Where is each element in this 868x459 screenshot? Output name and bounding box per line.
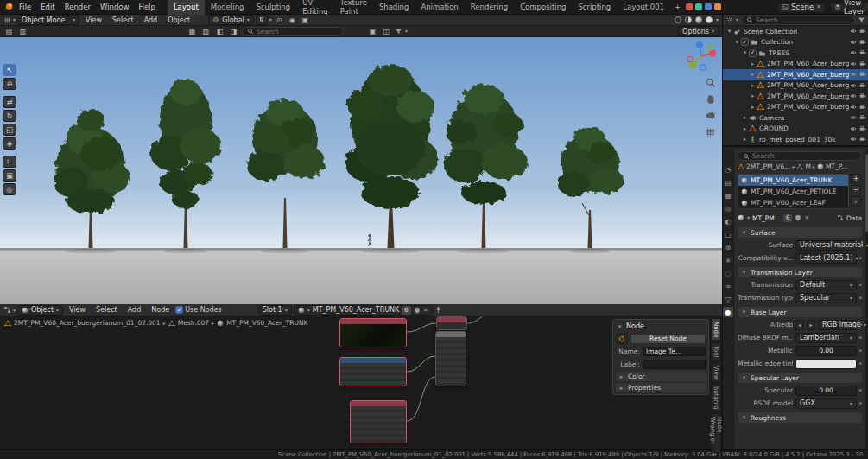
edge-tint-color-swatch[interactable]	[795, 359, 857, 369]
collapse-icon[interactable]: ▾	[741, 49, 749, 56]
camera-view-icon[interactable]	[705, 110, 716, 121]
expand-icon[interactable]: ▸	[749, 104, 757, 111]
tab-object[interactable]: ▢	[723, 229, 733, 239]
keyframe-dot-icon[interactable]	[859, 296, 862, 299]
zoom-icon[interactable]	[705, 77, 716, 88]
expand-icon[interactable]: ▸	[741, 114, 749, 121]
workspace-tab-texture-paint[interactable]: Texture Paint	[334, 0, 373, 15]
chevron-down-icon[interactable]: ▾	[716, 17, 719, 22]
octane-toolbar-icon[interactable]	[695, 3, 702, 10]
expand-icon[interactable]: ▸	[749, 82, 757, 89]
roughness-section-header[interactable]: ▾ Roughness	[738, 412, 862, 423]
collapse-icon[interactable]: ▾	[740, 229, 748, 236]
wireframe-shading-icon[interactable]	[675, 16, 681, 23]
camera-icon[interactable]	[859, 28, 866, 35]
eye-icon[interactable]	[850, 71, 857, 78]
node-canvas[interactable]: 2MT_PM_V60_Acer_buergerianum_01_02.001 ▸…	[0, 316, 722, 449]
camera-icon[interactable]	[859, 82, 866, 89]
options-dropdown[interactable]: Options ▾	[678, 26, 719, 36]
properties-search[interactable]	[738, 151, 862, 161]
asset-icon[interactable]: ◫	[381, 27, 392, 36]
shader-type-select[interactable]: Object ▾	[17, 305, 63, 316]
collapse-icon[interactable]: ▾	[733, 39, 741, 46]
shader-node[interactable]	[436, 316, 467, 330]
scene-selector[interactable]: Scene ✕	[777, 2, 826, 13]
tab-constraints[interactable]: ∞	[723, 281, 733, 291]
outliner-row-tree-object[interactable]: ▸ 2MT_PM_V60_Acer_buerg	[723, 91, 868, 102]
add-primitive-tool[interactable]: ◎	[3, 183, 16, 195]
keyframe-dot-icon[interactable]	[859, 402, 862, 405]
camera-icon[interactable]	[859, 104, 866, 111]
reset-node-button[interactable]: Reset Node	[630, 334, 706, 344]
surface-section-header[interactable]: ▾ Surface	[738, 227, 862, 238]
mode-transfer-icon[interactable]: ▧	[200, 27, 212, 36]
properties-editor[interactable]: ◔ ▤ ▦ ◎ ◐ ▢ ⊛ ∗ ◌ ∞ ▽ ●	[723, 149, 868, 449]
chevron-down-icon[interactable]: ▾	[269, 17, 272, 22]
tab-output[interactable]: ▤	[723, 177, 733, 188]
eye-icon[interactable]	[850, 104, 857, 111]
data-switch[interactable]: Data	[837, 214, 862, 222]
chevron-down-icon[interactable]: ▾	[747, 215, 750, 220]
eye-icon[interactable]	[850, 125, 857, 132]
metallic-field[interactable]: 0.00	[795, 346, 857, 356]
viewport-canvas[interactable]: ↖ ⊕ ⇄ ↻ ◱ ◈ ∟ ▣ ◎	[0, 37, 722, 304]
outliner-row-tree-object-selected[interactable]: ▸ 2MT_PM_V60_Acer_buerg	[723, 69, 868, 80]
filter-funnel-icon[interactable]	[395, 28, 402, 35]
compatibility-select[interactable]: Latest (2025.1) ▾	[795, 253, 857, 264]
prev-texture-icon[interactable]: ◂	[795, 320, 804, 330]
collapse-icon[interactable]: ▾	[725, 28, 733, 35]
workspace-tab-modeling[interactable]: Modeling	[205, 0, 250, 15]
expand-icon[interactable]: ▸	[741, 136, 749, 143]
material-slot-petiole[interactable]: MT_PM_V60_Acer_PETIOLE	[738, 186, 848, 197]
material-slot-list[interactable]: MT_PM_V60_Acer_TRUNK MT_PM_V60_Acer_PETI…	[738, 174, 849, 209]
fake-user-shield-icon[interactable]	[795, 214, 801, 221]
add-workspace-button[interactable]: +	[670, 3, 685, 11]
outliner-row-camera[interactable]: ▸ Camera	[723, 112, 868, 124]
outliner-row-collection[interactable]: ▾ ✓ Collection	[723, 37, 868, 48]
albedo-select[interactable]: RGB image ▾	[818, 320, 857, 330]
sidebar-tab-tool[interactable]: Tool	[711, 342, 721, 361]
outliner-row-trees[interactable]: ▾ ✓ TREES	[723, 48, 868, 59]
tab-render[interactable]: ◔	[723, 164, 733, 175]
tab-data[interactable]: ▽	[723, 294, 733, 304]
outliner[interactable]: ▾ ▾ Scene Collection ▾ ✓ Collection	[723, 15, 868, 147]
sidebar-tab-view[interactable]: View	[711, 363, 721, 382]
eye-icon[interactable]	[850, 28, 857, 35]
bsdf-model-select[interactable]: GGX ▾	[795, 398, 857, 409]
shader-node[interactable]	[435, 331, 466, 386]
menu-file[interactable]: File	[15, 0, 35, 15]
workspace-tab-scripting[interactable]: Scripting	[572, 0, 617, 15]
properties-section-header[interactable]: ▸ Properties	[616, 383, 706, 392]
filter-funnel-icon[interactable]	[858, 16, 865, 24]
workspace-tab-sculpting[interactable]: Sculpting	[250, 0, 296, 15]
color-section-header[interactable]: ▸ Color	[616, 372, 706, 381]
tool-settings-icon[interactable]: ▥	[17, 27, 29, 36]
keyframe-dot-icon[interactable]	[859, 336, 862, 339]
camera-icon[interactable]	[859, 136, 866, 143]
add-slot-button[interactable]: +	[851, 174, 861, 183]
viewport-menu-object[interactable]: Object	[163, 15, 194, 26]
collection-checkbox[interactable]: ✓	[749, 49, 757, 57]
solid-shading-icon[interactable]	[685, 16, 692, 23]
node-panel-title-row[interactable]: ▾ Node	[616, 322, 706, 331]
material-datablock[interactable]: ▾ MT_PM_V60_Acer_TRUNK 6 ✕	[294, 305, 433, 316]
tool-settings-icon[interactable]: ▤	[3, 27, 15, 36]
transmission-type-select[interactable]: Specular ▾	[795, 293, 857, 303]
remove-slot-button[interactable]: −	[851, 185, 861, 194]
outliner-row-tree-object[interactable]: ▸ 2MT_PM_V60_Acer_buerg	[723, 102, 868, 113]
collapse-icon[interactable]: ▾	[740, 374, 748, 381]
sidebar-tab-botaniq[interactable]: botaniq	[711, 384, 721, 411]
transform-orientation-select[interactable]: Global ▾	[208, 15, 254, 25]
eye-icon[interactable]	[850, 49, 857, 56]
diffuse-brdf-select[interactable]: Lambertian ▾	[795, 333, 857, 343]
workspace-tab-animation[interactable]: Animation	[415, 0, 464, 15]
unlink-material-icon[interactable]: ✕	[423, 307, 428, 314]
node-label-field[interactable]	[643, 360, 706, 369]
scale-tool[interactable]: ◱	[3, 124, 16, 136]
tab-particles[interactable]: ∗	[723, 255, 733, 265]
workspace-tab-layout-001[interactable]: Layout.001	[617, 0, 670, 15]
navigation-gizmo[interactable]	[686, 41, 717, 72]
collapse-icon[interactable]: ▾	[740, 309, 748, 316]
viewport-menu-select[interactable]: Select	[108, 15, 138, 26]
transform-tool[interactable]: ◈	[3, 137, 16, 150]
